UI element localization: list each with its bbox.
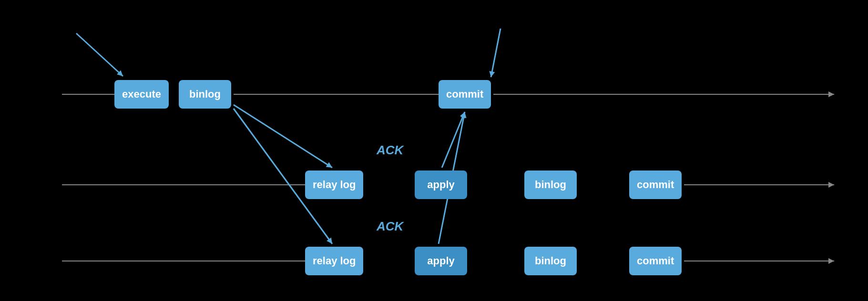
binlog-primary-box: binlog [179, 80, 231, 109]
relay-log-1-box: relay log [305, 171, 363, 199]
apply-1-box: apply [415, 171, 467, 199]
execute-box: execute [114, 80, 169, 109]
binlog-1-box: binlog [524, 171, 577, 199]
binlog-2-box: binlog [524, 247, 577, 275]
relay-log-2-box: relay log [305, 247, 363, 275]
ack2-label: ACK [377, 219, 403, 234]
commit-1-box: commit [629, 171, 682, 199]
commit-2-box: commit [629, 247, 682, 275]
apply-2-box: apply [415, 247, 467, 275]
ack1-label: ACK [377, 143, 403, 158]
commit-primary-box: commit [439, 80, 491, 109]
